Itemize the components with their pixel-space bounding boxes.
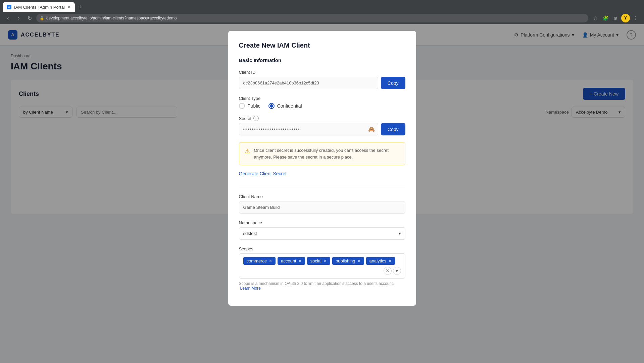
modal-title: Create New IAM Client: [239, 42, 405, 49]
scope-tag-account: account ✕: [278, 257, 305, 265]
user-avatar[interactable]: Y: [621, 14, 630, 22]
secret-info-icon[interactable]: i: [253, 116, 259, 121]
bookmark-icon[interactable]: ☆: [591, 14, 600, 22]
menu-icon[interactable]: ⋮: [631, 14, 640, 22]
app: A ACCELBYTE ⚙ Platform Configurations ▾ …: [0, 24, 644, 363]
close-tab-icon[interactable]: ✕: [67, 5, 71, 9]
warning-box: ⚠ Once client secret is successfully cre…: [239, 142, 405, 165]
client-name-label: Client Name: [239, 194, 405, 199]
divider: [239, 187, 405, 187]
client-type-label: Client Type: [239, 96, 405, 101]
secret-input[interactable]: [239, 123, 378, 135]
hide-secret-icon[interactable]: 🙈: [368, 126, 375, 132]
active-tab[interactable]: A IAM Clients | Admin Portal ✕: [3, 2, 75, 12]
namespace-dropdown-value: sdktest: [243, 231, 257, 236]
address-bar[interactable]: 🔒 development.accelbyte.io/admin/iam-cli…: [36, 14, 588, 22]
scopes-group: Scopes commerce ✕ account ✕ social ✕: [239, 246, 405, 291]
secret-group: Secret i 🙈 Copy: [239, 116, 405, 135]
scope-tag-publishing-remove[interactable]: ✕: [357, 259, 361, 263]
browser-tabs: A IAM Clients | Admin Portal ✕ +: [0, 0, 644, 12]
client-id-label: Client ID: [239, 70, 405, 75]
scope-tag-social: social ✕: [307, 257, 330, 265]
scope-tag-commerce-label: commerce: [247, 258, 267, 263]
tab-title: IAM Clients | Admin Portal: [14, 5, 65, 10]
create-iam-client-modal: Create New IAM Client Basic Information …: [228, 31, 416, 306]
scope-tag-analytics-remove[interactable]: ✕: [388, 259, 392, 263]
tab-favicon: A: [7, 5, 11, 9]
scope-learn-more-link[interactable]: Learn More: [240, 286, 261, 291]
url-text: development.accelbyte.io/admin/iam-clien…: [46, 16, 177, 20]
scope-actions: ✕ ▾: [384, 267, 401, 275]
confidential-radio-circle: [268, 103, 275, 109]
secret-input-wrapper: 🙈: [239, 123, 378, 135]
generate-client-secret-link[interactable]: Generate Client Secret: [239, 171, 287, 176]
client-name-input[interactable]: [239, 201, 405, 214]
toolbar-icons: ☆ 🧩 ⊕ Y ⋮: [591, 14, 640, 22]
scope-hint: Scope is a mechanism in OAuth 2.0 to lim…: [239, 281, 405, 291]
copy-secret-button[interactable]: Copy: [381, 123, 405, 135]
scope-tag-account-remove[interactable]: ✕: [298, 259, 302, 263]
modal-overlay: Create New IAM Client Basic Information …: [0, 24, 644, 363]
scope-tag-social-label: social: [310, 258, 321, 263]
back-button[interactable]: ‹: [4, 14, 12, 22]
copy-client-id-button[interactable]: Copy: [381, 77, 405, 89]
browser-toolbar: ‹ › ↻ 🔒 development.accelbyte.io/admin/i…: [0, 12, 644, 24]
client-id-group: Client ID Copy: [239, 70, 405, 89]
profile-icon[interactable]: ⊕: [611, 14, 620, 22]
scope-tag-publishing-label: publishing: [336, 258, 355, 263]
scope-tag-social-remove[interactable]: ✕: [324, 259, 327, 263]
secret-input-row: 🙈 Copy: [239, 123, 405, 135]
public-radio-circle: [239, 103, 245, 109]
client-name-group: Client Name: [239, 194, 405, 214]
new-tab-button[interactable]: +: [75, 2, 86, 12]
public-radio[interactable]: Public: [239, 103, 260, 109]
client-id-input[interactable]: [239, 77, 378, 89]
forward-button[interactable]: ›: [15, 14, 23, 22]
scope-tag-commerce-remove[interactable]: ✕: [269, 259, 272, 263]
basic-info-section-title: Basic Information: [239, 57, 405, 63]
client-type-group: Client Type Public Confidential: [239, 96, 405, 109]
browser-chrome: A IAM Clients | Admin Portal ✕ + ‹ › ↻ 🔒…: [0, 0, 644, 24]
refresh-button[interactable]: ↻: [26, 14, 34, 22]
scope-tag-account-label: account: [281, 258, 296, 263]
client-type-row: Public Confidential: [239, 103, 405, 109]
client-id-input-row: Copy: [239, 77, 405, 89]
namespace-group: Namespace sdktest ▾: [239, 220, 405, 240]
public-label: Public: [248, 103, 260, 109]
warning-triangle-icon: ⚠: [245, 147, 250, 160]
extensions-icon[interactable]: 🧩: [601, 14, 610, 22]
confidential-label: Confidential: [277, 103, 302, 109]
scope-clear-button[interactable]: ✕: [384, 267, 392, 275]
namespace-form-label: Namespace: [239, 220, 405, 225]
scopes-container: commerce ✕ account ✕ social ✕ publishing…: [239, 253, 405, 279]
chevron-down-namespace-modal: ▾: [399, 231, 401, 236]
scope-tag-analytics: analytics ✕: [366, 257, 395, 265]
scope-tag-publishing: publishing ✕: [332, 257, 364, 265]
secret-label: Secret i: [239, 116, 405, 121]
confidential-radio[interactable]: Confidential: [268, 103, 302, 109]
scopes-label: Scopes: [239, 246, 405, 251]
warning-text: Once client secret is successfully creat…: [254, 147, 400, 160]
namespace-dropdown[interactable]: sdktest ▾: [239, 227, 405, 240]
scope-tag-commerce: commerce ✕: [243, 257, 276, 265]
lock-icon: 🔒: [40, 16, 44, 20]
scope-tag-analytics-label: analytics: [369, 258, 387, 263]
scope-expand-button[interactable]: ▾: [393, 267, 401, 275]
